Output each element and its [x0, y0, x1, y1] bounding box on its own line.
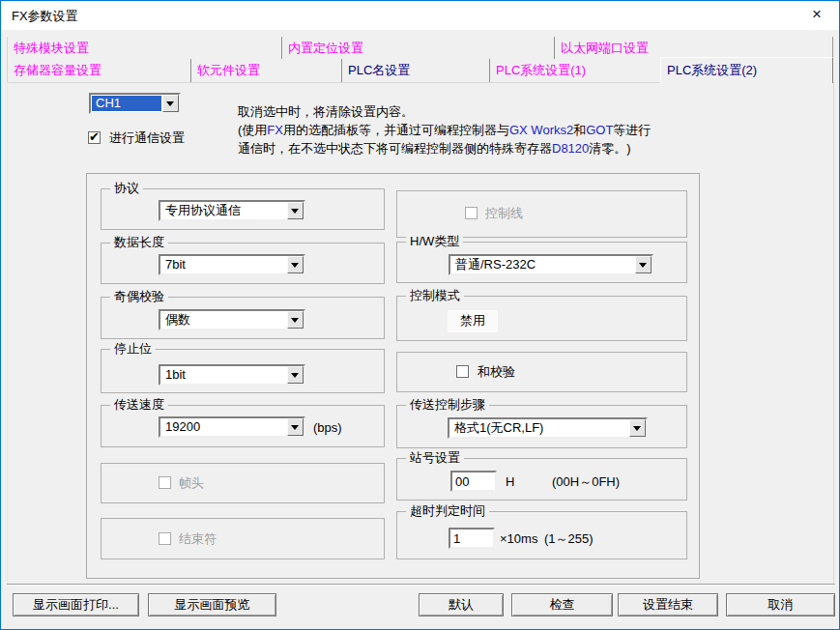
close-icon[interactable]: × [795, 1, 839, 30]
screen-preview-button[interactable]: 显示画面预览 [148, 593, 276, 616]
finish-settings-button[interactable]: 设置结束 [618, 593, 718, 616]
default-button[interactable]: 默认 [419, 593, 504, 616]
cancel-button[interactable]: 取消 [726, 593, 835, 616]
tab-row-2: 存储器容量设置软元件设置PLC名设置PLC系统设置(1)PLC系统设置(2) [7, 59, 833, 82]
tab-内置定位设置[interactable]: 内置定位设置 [281, 37, 554, 59]
tab-page-panel [7, 82, 834, 583]
tab-特殊模块设置[interactable]: 特殊模块设置 [7, 37, 281, 59]
check-button[interactable]: 检查 [511, 593, 613, 616]
tab-PLC名设置[interactable]: PLC名设置 [341, 59, 489, 82]
tab-以太网端口设置[interactable]: 以太网端口设置 [554, 37, 833, 59]
fx-parameter-settings-dialog: FX参数设置 × 特殊模块设置内置定位设置以太网端口设置 存储器容量设置软元件设… [0, 0, 840, 630]
separator-line [7, 584, 835, 586]
tab-row-1: 特殊模块设置内置定位设置以太网端口设置 [7, 37, 833, 59]
tab-PLC系统设置(1)[interactable]: PLC系统设置(1) [489, 59, 660, 82]
tab-存储器容量设置[interactable]: 存储器容量设置 [7, 59, 190, 82]
tab-软元件设置[interactable]: 软元件设置 [190, 59, 341, 82]
tab-PLC系统设置(2)[interactable]: PLC系统设置(2) [660, 57, 833, 83]
window-title: FX参数设置 [12, 8, 78, 25]
title-bar: FX参数设置 × [1, 1, 839, 30]
screen-print-button[interactable]: 显示画面打印... [13, 593, 139, 616]
